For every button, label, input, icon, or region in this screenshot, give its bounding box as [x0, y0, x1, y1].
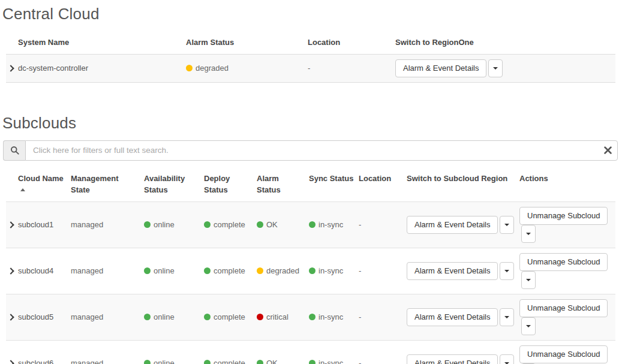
deploy-status-cell: complete	[204, 294, 257, 340]
col-location[interactable]: Location	[359, 168, 407, 201]
availability-status-cell: online	[144, 248, 204, 294]
availability-status-label: online	[154, 312, 175, 321]
clear-search-icon[interactable]	[604, 146, 612, 154]
details-dropdown-toggle[interactable]	[488, 59, 503, 77]
sync-status-dot	[309, 267, 315, 274]
alarm-status-label: OK	[266, 220, 278, 229]
sync-status-cell: in-sync	[309, 248, 359, 294]
alarm-status-cell: degraded	[186, 54, 308, 82]
location-cell: -	[308, 54, 395, 82]
availability-status-label: online	[154, 266, 175, 275]
sync-status-cell: in-sync	[309, 340, 359, 364]
deploy-status-cell: complete	[204, 201, 257, 248]
table-row: subcloud4managedonlinecompletedegradedin…	[6, 248, 615, 294]
details-dropdown-toggle[interactable]	[500, 216, 514, 234]
cloud-name: subcloud6	[18, 340, 71, 364]
alarm-status-dot	[257, 221, 263, 228]
system-name: dc-system-controller	[18, 54, 186, 82]
central-cloud-table: System Name Alarm Status Location Switch…	[6, 32, 615, 83]
availability-status-dot	[144, 267, 151, 274]
actions-cell: Unmanage Subcloud	[519, 340, 615, 364]
deploy-status-label: complete	[214, 359, 245, 364]
deploy-status-label: complete	[214, 312, 245, 321]
sort-ascending-icon	[20, 188, 25, 191]
unmanage-subcloud-button[interactable]: Unmanage Subcloud	[519, 345, 608, 363]
sync-status-label: in-sync	[318, 266, 343, 275]
alarm-event-details-button[interactable]: Alarm & Event Details	[407, 216, 498, 234]
alarm-event-details-button[interactable]: Alarm & Event Details	[407, 354, 498, 364]
availability-status-dot	[144, 314, 151, 320]
col-management-state[interactable]: Management State	[71, 168, 144, 201]
details-dropdown-toggle[interactable]	[500, 262, 514, 280]
details-dropdown-toggle[interactable]	[500, 308, 514, 326]
unmanage-subcloud-button[interactable]: Unmanage Subcloud	[519, 299, 608, 317]
actions-cell: Unmanage Subcloud	[519, 248, 615, 294]
switch-cell: Alarm & Event Details	[407, 248, 519, 294]
alarm-status-cell: critical	[257, 294, 309, 340]
col-sync-status[interactable]: Sync Status	[309, 168, 359, 201]
actions-dropdown-toggle[interactable]	[521, 317, 536, 335]
cloud-name: subcloud4	[18, 248, 71, 294]
alarm-status-label: degraded	[196, 64, 229, 73]
col-deploy-status[interactable]: Deploy Status	[204, 168, 257, 201]
alarm-event-details-button[interactable]: Alarm & Event Details	[407, 262, 498, 280]
availability-status-dot	[144, 221, 151, 228]
expand-chevron-icon[interactable]	[7, 314, 14, 320]
central-cloud-row: dc-system-controller degraded - Alarm & …	[6, 54, 615, 82]
col-switch-subcloud-region: Switch to Subcloud Region	[407, 168, 519, 201]
expand-chevron-icon[interactable]	[7, 221, 14, 228]
cloud-name: subcloud5	[18, 294, 71, 340]
alarm-status-dot	[257, 314, 263, 320]
actions-dropdown-toggle[interactable]	[521, 271, 536, 289]
sync-status-cell: in-sync	[309, 201, 359, 248]
management-state: managed	[71, 294, 144, 340]
caret-down-icon	[526, 325, 531, 327]
alarm-event-details-button[interactable]: Alarm & Event Details	[407, 308, 498, 326]
availability-status-cell: online	[144, 201, 204, 248]
col-cloud-name[interactable]: Cloud Name	[18, 168, 71, 201]
alarm-status-dot	[257, 360, 263, 364]
sync-status-label: in-sync	[318, 220, 343, 229]
expand-chevron-icon[interactable]	[7, 267, 14, 274]
switch-cell: Alarm & Event Details	[395, 54, 615, 82]
location-cell: -	[359, 248, 407, 294]
col-alarm-status[interactable]: Alarm Status	[257, 168, 309, 201]
caret-down-icon	[504, 316, 509, 318]
search-button[interactable]	[3, 140, 25, 161]
caret-down-icon	[504, 270, 509, 272]
alarm-status-label: OK	[266, 359, 278, 364]
unmanage-subcloud-button[interactable]: Unmanage Subcloud	[519, 207, 608, 225]
expand-chevron-icon[interactable]	[7, 360, 14, 364]
deploy-status-cell: complete	[204, 248, 257, 294]
sync-status-label: in-sync	[318, 359, 343, 364]
sync-status-dot	[309, 360, 315, 364]
col-location[interactable]: Location	[308, 32, 395, 54]
details-dropdown-toggle[interactable]	[500, 354, 514, 364]
management-state: managed	[71, 340, 144, 364]
expand-chevron-icon[interactable]	[7, 65, 14, 72]
location-cell: -	[359, 340, 407, 364]
actions-cell: Unmanage Subcloud	[519, 201, 615, 248]
col-availability-status[interactable]: Availability Status	[144, 168, 204, 201]
subclouds-title: Subclouds	[2, 114, 619, 133]
col-system-name[interactable]: System Name	[18, 32, 186, 54]
subclouds-header-row: Cloud Name Management State Availability…	[6, 168, 615, 201]
filter-search-input[interactable]	[25, 140, 618, 161]
deploy-status-label: complete	[214, 220, 245, 229]
switch-cell: Alarm & Event Details	[407, 201, 519, 248]
alarm-status-dot	[186, 65, 193, 71]
deploy-status-dot	[204, 360, 211, 364]
deploy-status-cell: complete	[204, 340, 257, 364]
table-row: subcloud1managedonlinecompleteOKin-sync-…	[6, 201, 615, 248]
alarm-status-label: critical	[266, 312, 289, 321]
actions-dropdown-toggle[interactable]	[521, 225, 536, 243]
location-cell: -	[359, 201, 407, 248]
alarm-event-details-button[interactable]: Alarm & Event Details	[395, 59, 486, 77]
caret-down-icon	[493, 67, 498, 70]
switch-cell: Alarm & Event Details	[407, 340, 519, 364]
sync-status-cell: in-sync	[309, 294, 359, 340]
col-alarm-status[interactable]: Alarm Status	[186, 32, 308, 54]
sync-status-label: in-sync	[318, 312, 343, 321]
availability-status-cell: online	[144, 340, 204, 364]
unmanage-subcloud-button[interactable]: Unmanage Subcloud	[519, 253, 608, 271]
